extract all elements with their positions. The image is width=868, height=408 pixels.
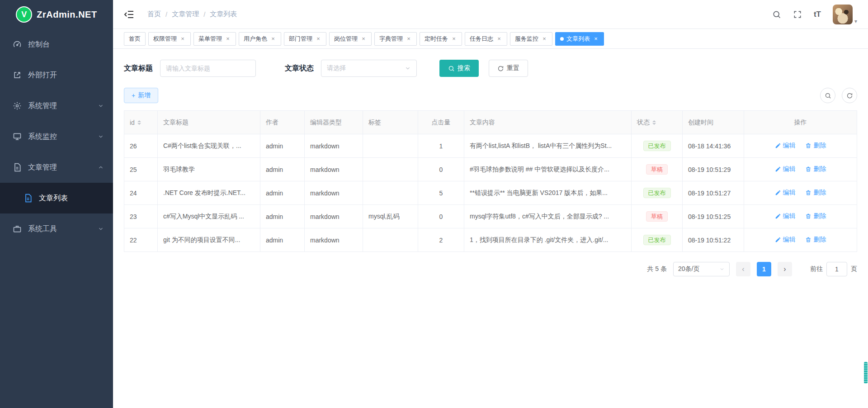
tab[interactable]: 岗位管理× (329, 32, 372, 46)
edit-icon (775, 190, 781, 196)
page-unit-label: 页 (851, 265, 857, 273)
fullscreen-icon[interactable] (793, 10, 802, 19)
gear-icon (13, 101, 22, 110)
reset-button[interactable]: 重置 (489, 60, 528, 77)
tab-close-icon[interactable]: × (406, 36, 412, 42)
tab-close-icon[interactable]: × (496, 36, 502, 42)
avatar[interactable] (833, 5, 853, 24)
cell-created: 08-19 10:51:25 (683, 205, 744, 228)
edit-button[interactable]: 编辑 (775, 212, 796, 220)
app-logo[interactable]: V ZrAdmin.NET (0, 0, 113, 29)
toolbox-icon (13, 224, 22, 233)
prev-page-button[interactable]: ‹ (736, 262, 750, 276)
tab-close-icon[interactable]: × (315, 36, 321, 42)
refresh-icon (497, 65, 504, 72)
tab[interactable]: 菜单管理× (193, 32, 236, 46)
sort-icons[interactable] (652, 119, 656, 127)
col-author: 作者 (260, 111, 305, 134)
collapse-sidebar-icon[interactable] (124, 9, 135, 20)
cell-status: 已发布 (632, 228, 683, 252)
tab-label: 权限管理 (153, 35, 177, 43)
col-clicks: 点击量 (418, 111, 464, 134)
tab-close-icon[interactable]: × (451, 36, 457, 42)
edit-button[interactable]: 编辑 (775, 142, 796, 150)
sidebar-item-article-list[interactable]: 文章列表 (0, 183, 113, 213)
tab-close-icon[interactable]: × (541, 36, 547, 42)
sidebar-item-system-tools[interactable]: 系统工具 (0, 213, 113, 244)
table-row: 25 羽毛球教学 admin markdown 0 #羽毛球拍参数说明 ## 中… (124, 158, 857, 181)
delete-button[interactable]: 删除 (805, 165, 826, 173)
filter-form: 文章标题 文章状态 请选择 搜索 重置 (124, 60, 857, 77)
next-page-button[interactable]: › (778, 262, 792, 276)
search-icon[interactable] (772, 10, 781, 19)
chevron-down-icon (719, 266, 725, 272)
breadcrumb-article-admin[interactable]: 文章管理 (172, 10, 199, 19)
app-root: V ZrAdmin.NET 控制台 外部打开 系统管理 系统监控 (0, 0, 868, 408)
user-menu[interactable]: ▾ (833, 5, 857, 24)
search-icon (825, 92, 831, 99)
article-title-input[interactable] (160, 60, 256, 77)
tab-label: 岗位管理 (334, 35, 358, 43)
page-size-select[interactable]: 20条/页 (673, 262, 730, 276)
sidebar-menu: 控制台 外部打开 系统管理 系统监控 文章管理 (0, 29, 113, 244)
table-row: 24 .NET Core 发布时提示.NET... admin markdown… (124, 181, 857, 205)
article-status-select[interactable]: 请选择 (321, 60, 417, 77)
goto-page: 前往 页 (810, 262, 857, 276)
table-row: 26 C#两个list集合实现关联，... admin markdown 1 有… (124, 134, 857, 158)
dashboard-icon (13, 40, 22, 49)
page-content: 文章标题 文章状态 请选择 搜索 重置 + (113, 49, 868, 408)
scrollbar-thumb[interactable] (864, 362, 868, 384)
sidebar-item-system-monitor[interactable]: 系统监控 (0, 121, 113, 152)
refresh-table-button[interactable] (842, 88, 857, 103)
sidebar-item-console[interactable]: 控制台 (0, 29, 113, 60)
font-size-icon[interactable]: tT (814, 10, 821, 19)
cell-tags: mysql,乱码 (363, 205, 418, 228)
tab[interactable]: 权限管理× (148, 32, 191, 46)
col-status: 状态 (632, 111, 683, 134)
current-page[interactable]: 1 (757, 262, 771, 276)
tab-close-icon[interactable]: × (593, 36, 599, 42)
select-placeholder: 请选择 (327, 64, 346, 72)
tab-close-icon[interactable]: × (360, 36, 367, 42)
col-editor-type: 编辑器类型 (305, 111, 363, 134)
cell-author: admin (260, 181, 305, 205)
tab[interactable]: 首页 (124, 32, 146, 46)
tab-label: 任务日志 (470, 35, 493, 43)
delete-button[interactable]: 删除 (805, 236, 826, 244)
search-button[interactable]: 搜索 (439, 60, 479, 77)
tab-close-icon[interactable]: × (270, 36, 276, 42)
tabbar: 首页权限管理×菜单管理×用户角色×部门管理×岗位管理×字典管理×定时任务×任务日… (113, 29, 868, 49)
edit-button[interactable]: 编辑 (775, 165, 796, 173)
goto-page-input[interactable] (826, 262, 847, 276)
tab-close-icon[interactable]: × (225, 36, 231, 42)
status-badge: 已发布 (643, 188, 671, 198)
sidebar-item-label: 外部打开 (28, 71, 57, 80)
toggle-search-button[interactable] (820, 88, 835, 103)
sidebar-item-system-admin[interactable]: 系统管理 (0, 90, 113, 121)
cell-status: 草稿 (632, 205, 683, 228)
tab[interactable]: 部门管理× (284, 32, 326, 46)
trash-icon (805, 213, 811, 219)
sort-icons[interactable] (137, 119, 141, 127)
delete-button[interactable]: 删除 (805, 189, 826, 197)
sidebar-item-article-admin[interactable]: 文章管理 (0, 152, 113, 183)
tab[interactable]: 文章列表× (555, 32, 604, 46)
cell-tags (363, 181, 418, 205)
edit-button[interactable]: 编辑 (775, 236, 796, 244)
tab-label: 部门管理 (289, 35, 312, 43)
tab[interactable]: 字典管理× (374, 32, 417, 46)
edit-button[interactable]: 编辑 (775, 189, 796, 197)
tab[interactable]: 定时任务× (420, 32, 462, 46)
delete-button[interactable]: 删除 (805, 212, 826, 220)
sidebar-item-external-open[interactable]: 外部打开 (0, 60, 113, 90)
delete-button[interactable]: 删除 (805, 142, 826, 150)
cell-author: admin (260, 134, 305, 158)
tab-close-icon[interactable]: × (179, 36, 186, 42)
tab[interactable]: 服务监控× (510, 32, 552, 46)
breadcrumb-home[interactable]: 首页 (147, 10, 161, 19)
add-button[interactable]: + 新增 (124, 88, 158, 103)
tab[interactable]: 任务日志× (465, 32, 507, 46)
tab[interactable]: 用户角色× (239, 32, 281, 46)
goto-label: 前往 (810, 265, 823, 273)
tab-label: 服务监控 (515, 35, 538, 43)
